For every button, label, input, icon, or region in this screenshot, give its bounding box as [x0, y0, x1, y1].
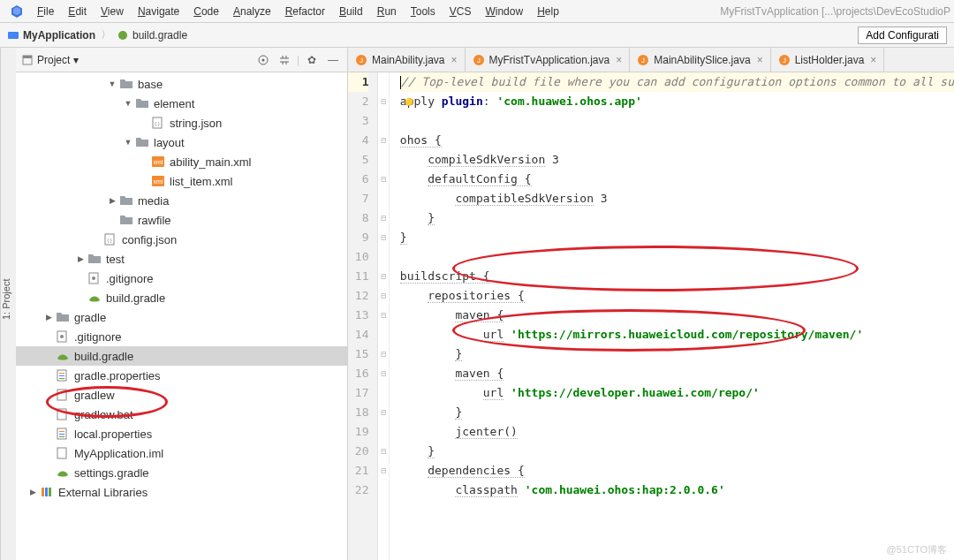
tree-item-label: config.json — [122, 233, 177, 246]
svg-rect-23 — [57, 409, 66, 420]
tab-label: MainAbility.java — [372, 54, 444, 66]
close-icon[interactable]: × — [870, 54, 876, 66]
tab-myfristtvapplication-java[interactable]: JMyFristTvApplication.java× — [466, 48, 631, 72]
tree-item-label: gradle — [74, 311, 106, 324]
tree-item-ability-main-xml[interactable]: xmlability_main.xml — [16, 152, 347, 171]
tree-item-label: gradlew — [74, 389, 115, 402]
svg-rect-30 — [45, 488, 48, 496]
svg-text:J: J — [783, 57, 786, 64]
svg-rect-29 — [42, 488, 44, 496]
tree-item--gitignore[interactable]: .gitignore — [16, 327, 347, 346]
tab-listholder-java[interactable]: JListHolder.java× — [771, 48, 885, 72]
menu-code[interactable]: Code — [186, 2, 226, 21]
tree-item-label: build.gradle — [74, 350, 133, 363]
close-icon[interactable]: × — [757, 54, 763, 66]
close-icon[interactable]: × — [616, 54, 622, 66]
prop-icon — [55, 427, 71, 441]
tree-item--gitignore[interactable]: .gitignore — [16, 269, 347, 288]
tree-item-gradle[interactable]: ▶gradle — [16, 307, 347, 327]
code-content[interactable]: // Top-level build file where you can ad… — [390, 72, 954, 560]
tree-item-label: .gitignore — [74, 330, 121, 344]
menu-edit[interactable]: Edit — [61, 2, 94, 21]
tree-item-label: list_item.xml — [170, 175, 233, 188]
svg-text:J: J — [477, 57, 481, 64]
menu-analyze[interactable]: Analyze — [226, 2, 278, 21]
json-icon: { } — [102, 232, 118, 246]
expand-arrow-icon[interactable]: ▶ — [26, 488, 39, 496]
tree-item-gradle-properties[interactable]: gradle.properties — [16, 366, 347, 385]
tree-item-myapplication-iml[interactable]: MyApplication.iml — [16, 443, 347, 463]
tree-item-test[interactable]: ▶test — [16, 249, 347, 269]
xml-icon: xml — [150, 174, 166, 188]
collapse-icon[interactable] — [276, 51, 293, 69]
lib-icon — [39, 485, 55, 499]
tree-item-local-properties[interactable]: local.properties — [16, 424, 347, 443]
tree-item-rawfile[interactable]: rawfile — [16, 210, 347, 230]
close-icon[interactable]: × — [450, 54, 457, 66]
project-tree[interactable]: ▼base▼element{ }string.json▼layoutxmlabi… — [16, 72, 347, 560]
folder-icon — [87, 252, 102, 266]
breadcrumb-root[interactable]: MyApplication — [7, 29, 95, 42]
menu-run[interactable]: Run — [370, 2, 404, 21]
fold-column[interactable]: ⊟⊟⊟⊟⊟⊟⊟⊟⊟⊟⊟⊟⊟ — [378, 72, 389, 560]
git-icon — [87, 271, 102, 285]
editor-area: JMainAbility.java×JMyFristTvApplication.… — [348, 48, 954, 560]
tree-item-label: External Libraries — [58, 486, 148, 499]
menu-file[interactable]: File — [30, 2, 61, 21]
tree-item-label: settings.gradle — [74, 466, 149, 480]
tab-label: MainAbilitySlice.java — [654, 54, 750, 66]
tree-item-label: ability_main.xml — [170, 155, 251, 169]
menu-tools[interactable]: Tools — [404, 2, 443, 21]
svg-rect-19 — [59, 373, 64, 374]
minimize-icon[interactable]: — — [324, 51, 342, 69]
menu-refactor[interactable]: Refactor — [278, 2, 332, 21]
menu-vcs[interactable]: VCS — [443, 2, 479, 21]
expand-arrow-icon[interactable]: ▶ — [42, 313, 55, 322]
menu-build[interactable]: Build — [332, 2, 370, 21]
expand-arrow-icon[interactable]: ▼ — [122, 99, 134, 108]
tab-mainabilityslice-java[interactable]: JMainAbilitySlice.java× — [630, 48, 770, 72]
tree-item-label: test — [106, 253, 125, 266]
expand-arrow-icon[interactable]: ▼ — [106, 79, 118, 88]
tree-item-media[interactable]: ▶media — [16, 191, 347, 210]
tree-item-label: rawfile — [138, 214, 171, 227]
tree-item-build-gradle[interactable]: build.gradle — [16, 288, 347, 307]
menu-navigate[interactable]: Navigate — [131, 2, 186, 21]
add-configuration-button[interactable]: Add Configurati — [858, 26, 947, 44]
expand-arrow-icon[interactable]: ▶ — [106, 196, 118, 205]
breadcrumb-file[interactable]: build.gradle — [117, 29, 187, 42]
chevron-right-icon: 〉 — [101, 27, 111, 42]
tree-item-label: MyApplication.iml — [74, 447, 163, 460]
tree-item-string-json[interactable]: { }string.json — [16, 113, 347, 132]
expand-arrow-icon[interactable]: ▼ — [122, 138, 134, 147]
git-icon — [55, 329, 71, 344]
svg-rect-27 — [59, 436, 64, 437]
tree-item-gradlew-bat[interactable]: gradlew.bat — [16, 405, 347, 424]
tree-item-list-item-xml[interactable]: xmllist_item.xml — [16, 171, 347, 191]
tree-item-label: local.properties — [74, 428, 152, 441]
expand-arrow-icon[interactable]: ▶ — [74, 254, 87, 263]
tree-item-settings-gradle[interactable]: settings.gradle — [16, 463, 347, 482]
folder-icon — [118, 193, 134, 208]
menu-view[interactable]: View — [94, 2, 131, 21]
breadcrumb-bar: MyApplication 〉 build.gradle Add Configu… — [0, 23, 954, 48]
menu-window[interactable]: Window — [478, 2, 530, 21]
project-view-selector[interactable]: Project ▾ — [21, 54, 79, 66]
editor-tabs: JMainAbility.java×JMyFristTvApplication.… — [348, 48, 954, 72]
tab-mainability-java[interactable]: JMainAbility.java× — [348, 48, 466, 72]
tree-item-gradlew[interactable]: gradlew — [16, 385, 347, 405]
file-icon — [55, 407, 71, 421]
gear-icon[interactable]: ✿ — [303, 51, 321, 69]
tree-item-config-json[interactable]: { }config.json — [16, 230, 347, 249]
tree-item-external-libraries[interactable]: ▶External Libraries — [16, 482, 347, 502]
tree-item-element[interactable]: ▼element — [16, 94, 347, 113]
locate-icon[interactable] — [254, 51, 272, 69]
code-editor[interactable]: 12345678910111213141516171819202122 ⊟⊟⊟⊟… — [348, 72, 954, 560]
tree-item-layout[interactable]: ▼layout — [16, 132, 347, 152]
app-logo-icon — [9, 4, 25, 19]
tree-item-label: layout — [154, 136, 185, 149]
tree-item-base[interactable]: ▼base — [16, 74, 347, 94]
menu-help[interactable]: Help — [530, 2, 566, 21]
tree-item-build-gradle[interactable]: build.gradle — [16, 346, 347, 366]
sidebar-tab-project[interactable]: 1: Project — [0, 48, 16, 560]
